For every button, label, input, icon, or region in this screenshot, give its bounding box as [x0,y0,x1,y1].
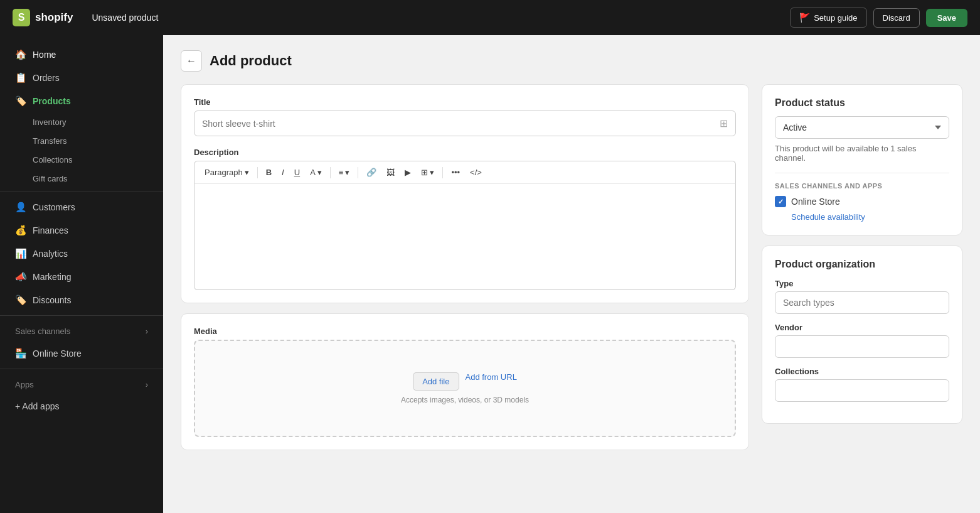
sidebar-divider-1 [0,192,163,192]
paragraph-dropdown[interactable]: Paragraph ▾ [201,165,253,180]
product-organization-title: Product organization [775,259,949,270]
flag-icon: 🚩 [799,13,810,23]
online-store-checkbox[interactable] [775,196,786,207]
analytics-icon: 📊 [15,248,26,259]
collections-label: Collections [775,367,949,376]
sidebar-item-online-store[interactable]: 🏪 Online Store [5,342,158,365]
schedule-availability-link[interactable]: Schedule availability [791,212,865,222]
bold-button[interactable]: B [262,165,275,180]
sidebar-item-home[interactable]: 🏠 Home [5,43,158,66]
sidebar-item-label: Finances [33,225,68,235]
discard-button[interactable]: Discard [873,8,920,28]
topbar-title: Unsaved product [92,13,158,23]
title-description-card: Title ⊞ Description Paragraph ▾ [181,84,749,303]
sidebar-item-inventory[interactable]: Inventory [5,113,158,131]
sidebar-item-orders[interactable]: 📋 Orders [5,67,158,89]
sidebar-item-label: Products [33,96,71,106]
media-dropzone[interactable]: Add file Add from URL Accepts images, vi… [194,340,736,437]
toolbar-divider-3 [358,167,358,178]
topbar: S shopify Unsaved product 🚩 Setup guide … [0,0,980,35]
store-icon: 🏪 [15,348,26,359]
title-input[interactable] [202,119,720,129]
description-editor[interactable] [194,183,736,290]
media-accepts-text: Accepts images, videos, or 3D models [208,396,722,404]
back-button[interactable]: ← [181,50,202,72]
code-button[interactable]: </> [466,165,486,180]
topbar-actions: 🚩 Setup guide Discard Save [790,8,967,28]
add-file-button[interactable]: Add file [413,372,459,391]
sidebar-item-discounts[interactable]: 🏷️ Discounts [5,289,158,311]
sidebar-item-collections[interactable]: Collections [5,151,158,169]
sidebar-item-label: Gift cards [33,174,68,183]
product-organization-card: Product organization Type Vendor Collect… [762,246,962,424]
link-button[interactable]: 🔗 [363,165,380,180]
type-label: Type [775,279,949,288]
title-input-wrapper: ⊞ [194,111,736,136]
more-options-button[interactable]: ••• [447,165,464,180]
dropdown-arrow-icon: ▾ [245,168,249,177]
content-area: ← Add product Title ⊞ Description [163,35,980,513]
underline-button[interactable]: U [290,165,304,180]
media-links: Add file Add from URL [208,372,722,391]
color-dropdown-icon: ▾ [317,168,322,177]
orders-icon: 📋 [15,72,26,84]
collections-field: Collections [775,367,949,402]
topbar-left: S shopify Unsaved product [13,9,158,26]
collections-input[interactable] [775,379,949,402]
sidebar-item-label: Orders [33,73,60,83]
marketing-icon: 📣 [15,271,26,283]
sidebar-item-customers[interactable]: 👤 Customers [5,196,158,219]
shopify-logo-icon: S [13,9,30,26]
table-button[interactable]: ⊞ ▾ [417,165,438,180]
vendor-field: Vendor [775,323,949,358]
italic-button[interactable]: I [278,165,288,180]
page-title: Add product [210,53,292,69]
shopify-logo-text: shopify [35,11,73,24]
sidebar-item-label: Transfers [33,136,67,146]
sidebar-item-label: + Add apps [15,401,59,411]
type-input[interactable] [775,291,949,314]
chevron-right-icon-2: › [146,380,148,389]
sidebar-item-label: Customers [33,202,75,212]
table-dropdown-icon: ▾ [430,168,434,177]
ai-icon: ⊞ [720,117,728,129]
toolbar-divider-1 [257,167,258,178]
sidebar-item-transfers[interactable]: Transfers [5,132,158,150]
product-status-card: Product status Active Draft This product… [762,84,962,235]
sidebar-item-add-apps[interactable]: + Add apps [5,396,158,417]
title-label: Title [194,97,736,107]
sales-channels-header[interactable]: Sales channels › [5,321,158,342]
add-from-url-link[interactable]: Add from URL [466,372,517,391]
sidebar-item-finances[interactable]: 💰 Finances [5,219,158,242]
setup-guide-button[interactable]: 🚩 Setup guide [790,8,866,28]
home-icon: 🏠 [15,49,26,60]
sidebar-item-analytics[interactable]: 📊 Analytics [5,242,158,265]
sidebar-item-label: Discounts [33,295,71,305]
description-section: Description Paragraph ▾ B I U A [194,148,736,290]
align-button[interactable]: ≡ ▾ [335,165,354,180]
vendor-input[interactable] [775,335,949,358]
sidebar: 🏠 Home 📋 Orders 🏷️ Products Inventory Tr… [0,35,163,513]
finances-icon: 💰 [15,225,26,236]
sidebar-item-label: Collections [33,155,73,165]
sidebar-item-gift-cards[interactable]: Gift cards [5,170,158,188]
sidebar-item-label: Home [33,50,56,60]
description-label: Description [194,148,736,157]
online-store-label: Online Store [791,197,840,207]
sidebar-item-products[interactable]: 🏷️ Products [5,90,158,112]
page-header: ← Add product [181,50,962,72]
sidebar-divider-2 [0,315,163,316]
apps-header[interactable]: Apps › [5,374,158,395]
sidebar-divider-3 [0,369,163,369]
media-label: Media [194,327,736,336]
status-select[interactable]: Active Draft [775,116,949,139]
vendor-label: Vendor [775,323,949,332]
sidebar-item-label: Analytics [33,249,68,259]
sidebar-item-marketing[interactable]: 📣 Marketing [5,266,158,288]
toolbar-divider-2 [330,167,331,178]
image-button[interactable]: 🖼 [383,165,398,180]
sales-channels-sub-header: SALES CHANNELS AND APPS [775,182,949,190]
video-button[interactable]: ▶ [401,165,415,180]
save-button[interactable]: Save [926,9,967,27]
text-color-button[interactable]: A ▾ [306,165,326,180]
